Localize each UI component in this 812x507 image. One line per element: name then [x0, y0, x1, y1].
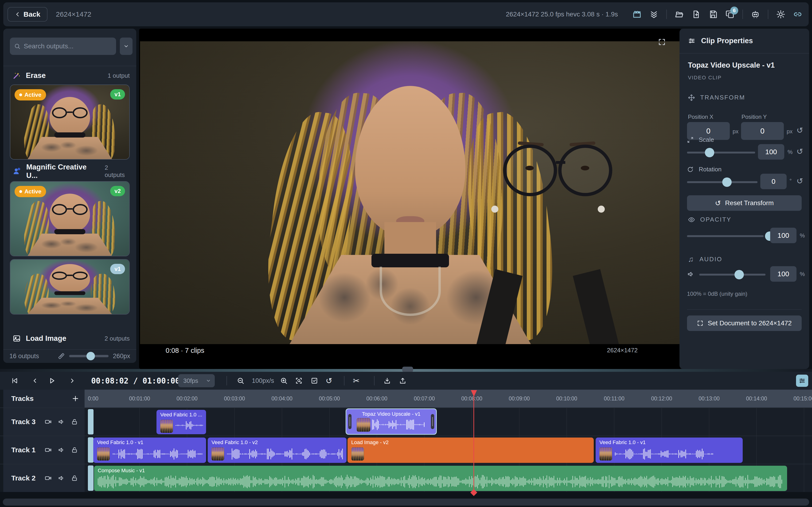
transform-section-label: TRANSFORM: [700, 94, 745, 101]
open-folder-icon[interactable]: [675, 10, 684, 19]
rotation-slider[interactable]: [687, 181, 758, 183]
track-video-toggle[interactable]: [45, 418, 52, 425]
clip-veed-fabric[interactable]: Veed Fabric 1.0 ...: [156, 410, 206, 434]
track-name: Track 3: [11, 418, 42, 426]
opacity-input[interactable]: [770, 228, 797, 243]
link-icon[interactable]: [793, 10, 802, 19]
thumbnail-size-slider[interactable]: [69, 355, 109, 357]
add-track-button[interactable]: [71, 395, 80, 402]
slider-thumb[interactable]: [87, 352, 95, 360]
clip-load-image-v2[interactable]: Load Image - v2: [348, 438, 594, 463]
audio-slider[interactable]: [699, 274, 765, 276]
output-card[interactable]: Active v1: [10, 84, 130, 160]
version-badge: v2: [110, 186, 125, 196]
set-document-button[interactable]: Set Document to 2624×1472: [687, 316, 802, 331]
clip-veed-fabric-v1b[interactable]: Veed Fabric 1.0 - v1: [596, 438, 743, 463]
layers-icon[interactable]: [649, 10, 658, 19]
track-audio-toggle[interactable]: [58, 446, 65, 453]
scale-slider[interactable]: [687, 152, 755, 154]
timeline-settings-button[interactable]: [796, 375, 808, 387]
next-frame-button[interactable]: [68, 377, 75, 384]
reset-position-icon[interactable]: ↺: [797, 126, 803, 134]
track-lane[interactable]: Veed Fabric 1.0 ... Topaz Video Upscale …: [85, 408, 812, 436]
play-button[interactable]: [48, 377, 56, 385]
clip-compose-music[interactable]: Compose Music - v1: [94, 466, 787, 491]
output-group-erase[interactable]: Erase 1 output: [13, 70, 130, 81]
track-header[interactable]: Track 1: [3, 436, 85, 464]
video-preview-stage[interactable]: 0:08 · 7 clips 2624×1472: [139, 29, 681, 369]
reset-rotation-icon[interactable]: ↺: [797, 177, 803, 185]
track-lane[interactable]: Compose Music - v1: [85, 464, 812, 492]
track-video-toggle[interactable]: [45, 446, 52, 453]
slider-thumb[interactable]: [705, 148, 714, 157]
search-outputs-box: [10, 38, 116, 55]
track-lock-toggle[interactable]: [71, 474, 78, 482]
track-lane[interactable]: Veed Fabric 1.0 - v1 Veed Fabric 1.0 - v…: [85, 436, 812, 464]
new-file-icon[interactable]: [692, 10, 701, 19]
ruler-tick-label: 00:15:00: [794, 396, 812, 402]
import-button[interactable]: [384, 377, 391, 385]
track-audio-toggle[interactable]: [58, 474, 65, 482]
output-card[interactable]: v1: [10, 259, 130, 315]
search-input[interactable]: [24, 43, 112, 50]
outputs-filter-button[interactable]: [120, 38, 133, 55]
tracks-label: Tracks: [11, 395, 34, 402]
output-card[interactable]: Active v2: [10, 181, 130, 256]
zoom-out-button[interactable]: [237, 377, 244, 385]
track-video-toggle[interactable]: [45, 474, 52, 482]
track-audio-toggle[interactable]: [58, 418, 65, 425]
reset-transform-button[interactable]: ↺ Reset Transform: [687, 195, 802, 211]
rotation-input[interactable]: [760, 174, 786, 189]
back-button[interactable]: Back: [7, 7, 47, 21]
position-y-input[interactable]: [741, 122, 784, 140]
fullscreen-icon[interactable]: [658, 38, 666, 46]
clip-veed-fabric-v1[interactable]: Veed Fabric 1.0 - v1: [93, 438, 206, 463]
output-group-magnific[interactable]: Magnific Creative U... 2 outputs: [13, 166, 130, 177]
assistant-bot-icon[interactable]: [751, 10, 760, 19]
image-icon: [13, 334, 21, 342]
opacity-slider[interactable]: [687, 235, 764, 237]
trim-handle-left[interactable]: [348, 414, 352, 429]
brightness-icon[interactable]: [776, 10, 785, 19]
chevron-left-icon: [14, 11, 21, 17]
rotation-icon: [687, 166, 694, 173]
export-button[interactable]: [399, 377, 406, 385]
panel-title: Clip Properties: [701, 37, 753, 45]
fps-dropdown[interactable]: 30fps: [178, 374, 215, 387]
divider: [679, 53, 809, 54]
zoom-in-button[interactable]: [280, 377, 288, 385]
select-all-button[interactable]: [311, 377, 318, 385]
save-icon[interactable]: [709, 10, 718, 19]
clapperboard-icon[interactable]: [632, 10, 642, 19]
playhead-line[interactable]: [473, 390, 474, 493]
track-header[interactable]: Track 2: [3, 464, 85, 492]
skip-to-start-button[interactable]: [11, 377, 18, 385]
scale-input[interactable]: [758, 144, 784, 160]
preview-clips-info: 0:08 · 7 clips: [166, 347, 204, 354]
previous-frame-button[interactable]: [32, 377, 39, 384]
cut-clip-button[interactable]: ✂: [353, 376, 360, 385]
reset-scale-icon[interactable]: ↺: [797, 148, 803, 155]
clip-topaz-upscale-selected[interactable]: Topaz Video Upscale - v1: [346, 408, 437, 435]
percent-unit: %: [800, 232, 805, 239]
copy-icon[interactable]: 6: [725, 10, 734, 19]
clip-label: Compose Music - v1: [98, 467, 145, 474]
output-group-load-image[interactable]: Load Image 2 outputs: [13, 333, 130, 344]
track-lock-toggle[interactable]: [71, 418, 78, 425]
trim-handle-right[interactable]: [431, 414, 434, 429]
track-header[interactable]: Track 3: [3, 408, 85, 436]
splitter-handle[interactable]: [402, 367, 413, 372]
zoom-fit-button[interactable]: [295, 377, 303, 385]
group-count: 2 outputs: [105, 164, 130, 179]
clip-veed-fabric-v2[interactable]: Veed Fabric 1.0 - v2: [208, 438, 347, 463]
reset-zoom-button[interactable]: ↺: [326, 376, 333, 385]
playhead-marker[interactable]: [471, 390, 477, 397]
timeline-horizontal-scrollbar[interactable]: [3, 499, 809, 506]
slider-thumb[interactable]: [734, 270, 744, 279]
track-lock-toggle[interactable]: [71, 446, 78, 453]
slider-thumb[interactable]: [722, 177, 732, 187]
toolbar-separator: [743, 10, 743, 19]
audio-input[interactable]: [770, 266, 797, 282]
ruler-tick-label: 00:07:00: [414, 396, 435, 402]
timeline-ruler[interactable]: 0:0000:01:0000:02:0000:03:0000:04:0000:0…: [85, 390, 812, 407]
